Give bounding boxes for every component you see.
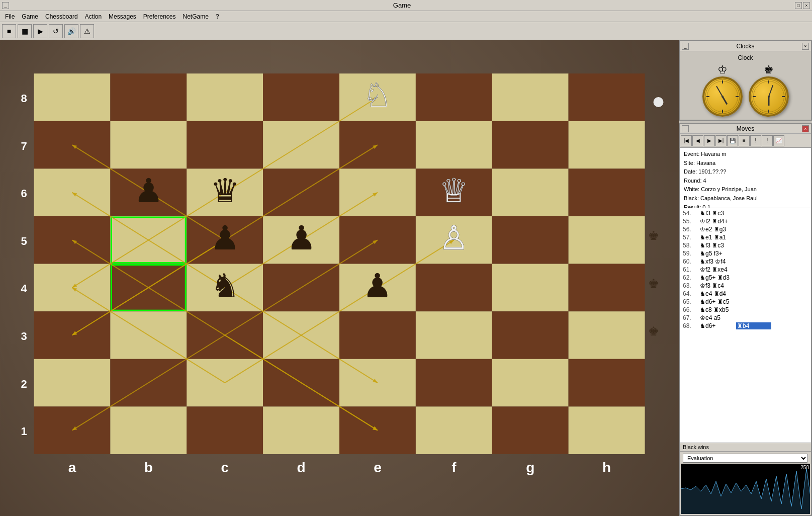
minimize-btn[interactable]: _ bbox=[2, 2, 9, 9]
eval-value: 258 bbox=[800, 465, 809, 470]
svg-point-15 bbox=[768, 96, 770, 98]
clock-minimize[interactable]: _ bbox=[682, 43, 689, 50]
move-black[interactable] bbox=[736, 242, 771, 249]
move-black[interactable] bbox=[736, 226, 771, 233]
status-text: Black wins bbox=[683, 444, 709, 450]
date-val: 1901.??.?? bbox=[698, 168, 726, 175]
moves-minimize[interactable]: _ bbox=[682, 125, 689, 132]
white-king-icon: ♔ bbox=[717, 63, 728, 76]
move-black[interactable] bbox=[736, 210, 771, 217]
move-white[interactable]: ♞g5 f3+ bbox=[699, 250, 734, 257]
restore-btn[interactable]: □ bbox=[795, 2, 802, 9]
clock-close[interactable]: × bbox=[802, 43, 809, 50]
move-number: 66. bbox=[683, 306, 697, 313]
black-label: Black: bbox=[684, 195, 699, 201]
move-black[interactable] bbox=[736, 314, 771, 321]
main-title: Game bbox=[9, 2, 795, 9]
move-number: 57. bbox=[683, 234, 697, 241]
move-row: 67.♔e4 a5 bbox=[681, 314, 810, 322]
move-white[interactable]: ♞f3 ♜c3 bbox=[699, 242, 734, 249]
round-label: Round: bbox=[684, 178, 701, 184]
move-last[interactable]: ▶| bbox=[715, 135, 727, 146]
move-first[interactable]: |◀ bbox=[681, 135, 692, 146]
move-white[interactable]: ♔f2 ♜xe4 bbox=[699, 266, 734, 273]
move-black[interactable] bbox=[736, 250, 771, 257]
moves-close[interactable]: × bbox=[802, 125, 809, 132]
menu-bar: File Game Chessboard Action Messages Pre… bbox=[0, 11, 812, 22]
move-black[interactable] bbox=[736, 290, 771, 297]
move-row: 66.♞c8 ♜xb5 bbox=[681, 306, 810, 314]
menu-preferences[interactable]: Preferences bbox=[140, 13, 179, 21]
menu-file[interactable]: File bbox=[2, 13, 18, 21]
move-row: 65.♞d6+ ♜c5 bbox=[681, 298, 810, 306]
event-val: Havana m bbox=[701, 151, 726, 157]
chess-board[interactable] bbox=[0, 40, 679, 516]
move-white[interactable]: ♔f3 ♜c4 bbox=[699, 282, 734, 289]
eval-dropdown[interactable]: Evaluation bbox=[683, 454, 808, 463]
move-info[interactable]: ! bbox=[750, 135, 761, 146]
move-row: 68.♞d6+♜b4 bbox=[681, 322, 810, 330]
move-white[interactable]: ♞g5+ ♜d3 bbox=[699, 274, 734, 281]
move-black[interactable] bbox=[736, 282, 771, 289]
event-label: Event: bbox=[684, 151, 699, 157]
toolbar-warn[interactable]: ⚠ bbox=[80, 24, 94, 38]
toolbar-sound[interactable]: 🔊 bbox=[64, 24, 78, 38]
move-row: 58.♞f3 ♜c3 bbox=[681, 241, 810, 249]
move-white[interactable]: ♞d6+ ♜c5 bbox=[699, 298, 734, 305]
move-white[interactable]: ♔e2 ♜g3 bbox=[699, 226, 734, 233]
move-info2[interactable]: ! bbox=[762, 135, 773, 146]
move-row: 63.♔f3 ♜c4 bbox=[681, 282, 810, 290]
move-black[interactable] bbox=[736, 298, 771, 305]
svg-point-7 bbox=[721, 96, 724, 98]
move-next[interactable]: ▶ bbox=[704, 135, 715, 146]
move-number: 63. bbox=[683, 282, 697, 289]
eval-canvas bbox=[681, 464, 810, 514]
move-white[interactable]: ♞c8 ♜xb5 bbox=[699, 306, 734, 313]
move-graph[interactable]: 📈 bbox=[773, 135, 784, 146]
move-white[interactable]: ♔e4 a5 bbox=[699, 314, 734, 321]
menu-netgame[interactable]: NetGame bbox=[180, 13, 212, 21]
date-label: Date: bbox=[684, 168, 697, 175]
game-info-scroll[interactable]: Event: Havana m Site: Havana Date: 1901.… bbox=[680, 148, 811, 208]
menu-messages[interactable]: Messages bbox=[106, 13, 139, 21]
move-number: 59. bbox=[683, 250, 697, 257]
result-val: 0-1 bbox=[702, 204, 710, 208]
move-white[interactable]: ♞d6+ bbox=[699, 322, 734, 329]
move-black[interactable] bbox=[736, 266, 771, 273]
status-bar: Black wins bbox=[680, 443, 811, 451]
move-row: 57.♞e1 ♜a1 bbox=[681, 233, 810, 241]
toolbar-board[interactable]: ▦ bbox=[18, 24, 32, 38]
move-white[interactable]: ♞e1 ♜a1 bbox=[699, 234, 734, 241]
move-white[interactable]: ♔f2 ♜d4+ bbox=[699, 218, 734, 225]
close-btn[interactable]: × bbox=[803, 2, 810, 9]
black-val: Capablanca, Jose Raul bbox=[700, 195, 758, 201]
board-area[interactable] bbox=[0, 40, 679, 516]
move-black[interactable]: ♜b4 bbox=[736, 322, 771, 329]
move-black[interactable] bbox=[736, 258, 771, 265]
menu-chessboard[interactable]: Chessboard bbox=[42, 13, 81, 21]
move-row: 59.♞g5 f3+ bbox=[681, 249, 810, 257]
svg-line-6 bbox=[723, 97, 727, 105]
toolbar-play[interactable]: ▶ bbox=[33, 24, 47, 38]
move-black[interactable] bbox=[736, 274, 771, 281]
move-number: 60. bbox=[683, 258, 697, 265]
menu-help[interactable]: ? bbox=[213, 13, 222, 21]
toolbar-undo[interactable]: ↺ bbox=[49, 24, 63, 38]
move-number: 64. bbox=[683, 290, 697, 297]
move-black[interactable] bbox=[736, 234, 771, 241]
menu-action[interactable]: Action bbox=[82, 13, 105, 21]
move-list[interactable]: ≡ bbox=[739, 135, 750, 146]
site-val: Havana bbox=[696, 160, 715, 166]
move-black[interactable] bbox=[736, 306, 771, 313]
moves-list[interactable]: 54.♞f3 ♜c355.♔f2 ♜d4+56.♔e2 ♜g357.♞e1 ♜a… bbox=[680, 208, 811, 443]
menu-game[interactable]: Game bbox=[19, 13, 41, 21]
move-save[interactable]: 💾 bbox=[727, 135, 738, 146]
svg-point-8 bbox=[752, 79, 786, 114]
move-white[interactable]: ♞xf3 ♔f4 bbox=[699, 258, 734, 265]
toolbar-stop[interactable]: ■ bbox=[2, 24, 16, 38]
move-prev[interactable]: ◀ bbox=[692, 135, 703, 146]
move-white[interactable]: ♞e4 ♜d4 bbox=[699, 290, 734, 297]
move-black[interactable] bbox=[736, 218, 771, 225]
move-white[interactable]: ♞f3 ♜c3 bbox=[699, 210, 734, 217]
eval-bar: Evaluation 258 bbox=[680, 451, 811, 515]
